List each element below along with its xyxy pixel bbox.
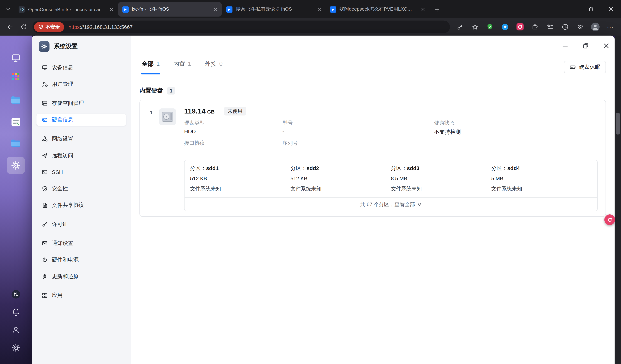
tab-close-button[interactable] <box>108 5 116 13</box>
disk-details: 119.14GB 未使用 硬盘类型 HDD 型号 - <box>184 107 598 211</box>
tray-transfer-button[interactable] <box>11 289 21 299</box>
tray-user-button[interactable] <box>12 326 20 334</box>
page-scrollbar[interactable] <box>615 35 621 364</box>
sidebar-item-security[interactable]: 安全性 <box>36 183 126 195</box>
section-header: 内置硬盘 1 <box>139 87 606 95</box>
transfer-icon <box>11 289 21 299</box>
envelope-icon <box>42 240 48 246</box>
sidebar-item-device-info[interactable]: 设备信息 <box>36 62 126 74</box>
dock-notes-button[interactable] <box>11 117 21 127</box>
sidebar-item-hardware-power[interactable]: 硬件和电源 <box>36 254 126 266</box>
tab-title: 搜索 飞牛私有云论坛 fnOS <box>236 6 312 13</box>
sidebar-item-ssh[interactable]: SSH <box>36 166 126 178</box>
sidebar-item-remote-access[interactable]: 远程访问 <box>36 150 126 161</box>
browser-menu-button[interactable]: ⋯ <box>603 21 618 33</box>
disk-size: 119.14GB <box>184 107 214 115</box>
history-button[interactable] <box>558 21 573 33</box>
browser-tab-2-active[interactable]: lxc-fn - 飞牛 fnOS <box>118 2 222 17</box>
window-minimize-button[interactable] <box>560 41 570 51</box>
sidebar-item-license[interactable]: 许可证 <box>36 218 126 230</box>
tab-external[interactable]: 外接 0 <box>205 60 223 74</box>
twitter-extension-button[interactable] <box>498 21 513 33</box>
apps-icon <box>42 292 48 299</box>
tab-close-button[interactable] <box>211 5 219 13</box>
user-gear-icon <box>42 81 48 87</box>
pink-extension-button[interactable] <box>512 21 528 33</box>
window-controls <box>560 41 611 51</box>
browser-essentials-button[interactable] <box>573 21 588 33</box>
disk-hibernate-button[interactable]: 硬盘休眠 <box>564 61 606 73</box>
clock-icon <box>562 23 569 31</box>
sidebar-item-label: 网络设置 <box>52 135 73 142</box>
paper-plane-icon <box>42 152 48 158</box>
sidebar-item-notifications[interactable]: 通知设置 <box>36 237 126 249</box>
power-icon <box>42 257 48 263</box>
favorite-star-button[interactable] <box>467 21 482 33</box>
avatar <box>591 23 600 31</box>
monitor-icon <box>11 53 21 63</box>
tab-search-button[interactable] <box>2 2 14 16</box>
password-key-button[interactable] <box>452 21 467 33</box>
sidebar-item-user-management[interactable]: 用户管理 <box>36 78 126 90</box>
browser-tab-3[interactable]: 搜索 飞牛私有云论坛 fnOS <box>222 2 326 17</box>
sidebar-item-label: 通知设置 <box>52 240 73 247</box>
code-favicon-icon <box>19 6 25 12</box>
favorites-bar-button[interactable] <box>543 21 558 33</box>
profile-button[interactable] <box>588 21 603 33</box>
sidebar-item-network[interactable]: 网络设置 <box>36 133 126 145</box>
close-icon <box>110 7 114 11</box>
sidebar-item-update-restore[interactable]: 更新和还原 <box>36 271 126 283</box>
browser-tab-4[interactable]: 我问deepseek怎么在PVE用LXC的方 <box>326 2 429 17</box>
adblock-extension-button[interactable] <box>482 21 498 33</box>
scrollbar-thumb[interactable] <box>616 113 620 135</box>
close-icon <box>603 42 610 49</box>
sidebar-item-label: 用户管理 <box>52 81 73 88</box>
tab-all[interactable]: 全部 1 <box>142 60 160 74</box>
window-close-button[interactable] <box>601 41 611 51</box>
settings-window: 系统设置 设备信息 用户管理 <box>32 35 615 364</box>
tab-close-button[interactable] <box>419 5 427 13</box>
tab-internal[interactable]: 内置 1 <box>173 60 191 74</box>
fnos-favicon-icon <box>330 6 336 12</box>
dock-display-button[interactable] <box>11 53 21 63</box>
partition-item: 分区：sdd4 5 MB 文件系统未知 <box>491 165 592 192</box>
partition-fs: 文件系统未知 <box>291 185 391 192</box>
browser-minimize-button[interactable] <box>562 0 581 18</box>
sidebar-item-apps[interactable]: 应用 <box>36 289 126 301</box>
view-all-partitions-button[interactable]: 共 67 个分区，查看全部 <box>185 197 597 211</box>
minimize-icon <box>568 6 575 12</box>
hdd-image <box>159 108 176 125</box>
new-tab-button[interactable] <box>430 3 444 16</box>
address-bar[interactable]: 不安全 https://192.168.31.133:5667 <box>33 21 450 33</box>
dock-files-button[interactable] <box>11 96 21 104</box>
browser-close-button[interactable] <box>601 0 621 18</box>
back-button[interactable] <box>3 20 17 33</box>
disk-status-badge: 未使用 <box>224 107 246 115</box>
browser-tab-1[interactable]: OpenConsoleBtn.tsx - incus-ui-can <box>14 2 118 17</box>
tab-label: 内置 <box>173 60 185 68</box>
tray-settings-button[interactable] <box>12 343 20 352</box>
screen: OpenConsoleBtn.tsx - incus-ui-can lxc-fn… <box>0 0 621 364</box>
sidebar-item-label: SSH <box>52 169 63 175</box>
window-restore-button[interactable] <box>581 41 591 51</box>
field-model: 型号 - <box>282 119 434 136</box>
fnos-desktop: 系统设置 设备信息 用户管理 <box>0 35 621 364</box>
close-icon <box>213 7 217 11</box>
browser-window-controls <box>562 0 621 18</box>
sidebar-item-disk-info[interactable]: 硬盘信息 <box>36 114 126 126</box>
extensions-button[interactable] <box>528 21 543 33</box>
sidebar-item-storage-management[interactable]: 存储空间管理 <box>36 97 126 109</box>
tray-notifications-button[interactable] <box>12 308 20 317</box>
tab-close-button[interactable] <box>315 5 323 13</box>
dock-settings-button[interactable] <box>11 160 21 170</box>
dock-appcenter-button[interactable] <box>12 72 20 81</box>
refresh-button[interactable] <box>17 20 30 33</box>
settings-sidebar: 系统设置 设备信息 用户管理 <box>32 35 131 364</box>
dock-storage-button[interactable] <box>11 139 21 147</box>
sidebar-item-file-sharing[interactable]: 文件共享协议 <box>36 199 126 211</box>
key-icon <box>42 221 48 227</box>
browser-restore-button[interactable] <box>581 0 601 18</box>
floating-extension-button[interactable] <box>604 214 615 225</box>
tab-title: lxc-fn - 飞牛 fnOS <box>132 6 208 13</box>
security-badge[interactable]: 不安全 <box>34 22 64 32</box>
